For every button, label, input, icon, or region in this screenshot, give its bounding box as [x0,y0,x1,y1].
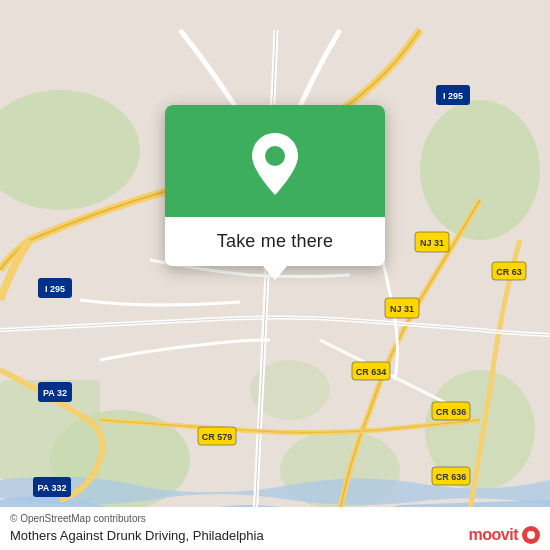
map-container: I 295 I 295 NJ 31 NJ 31 PA 32 PA 332 CR … [0,0,550,550]
popup-button-area: Take me there [165,217,385,266]
popup-card: Take me there [165,105,385,266]
svg-text:I 295: I 295 [443,91,463,101]
svg-text:NJ 31: NJ 31 [390,304,414,314]
moovit-text: moovit [469,526,518,544]
popup-header [165,105,385,217]
svg-text:CR 634: CR 634 [356,367,387,377]
svg-point-0 [0,90,140,210]
svg-text:NJ 31: NJ 31 [420,238,444,248]
take-me-there-button[interactable]: Take me there [217,231,333,252]
svg-text:CR 579: CR 579 [202,432,233,442]
svg-text:PA 332: PA 332 [37,483,66,493]
svg-text:CR 63: CR 63 [496,267,522,277]
svg-text:CR 636: CR 636 [436,472,467,482]
svg-point-30 [265,146,285,166]
svg-point-1 [420,100,540,240]
moovit-dot-inner [527,531,535,539]
svg-text:CR 636: CR 636 [436,407,467,417]
location-title: Mothers Against Drunk Driving, Philadelp… [10,528,264,543]
location-title-row: Mothers Against Drunk Driving, Philadelp… [10,526,540,544]
bottom-bar: © OpenStreetMap contributors Mothers Aga… [0,507,550,550]
osm-credit: © OpenStreetMap contributors [10,513,540,524]
svg-text:PA 32: PA 32 [43,388,67,398]
svg-text:I 295: I 295 [45,284,65,294]
moovit-dot-icon [522,526,540,544]
moovit-logo: moovit [469,526,540,544]
location-pin-icon [248,133,302,195]
